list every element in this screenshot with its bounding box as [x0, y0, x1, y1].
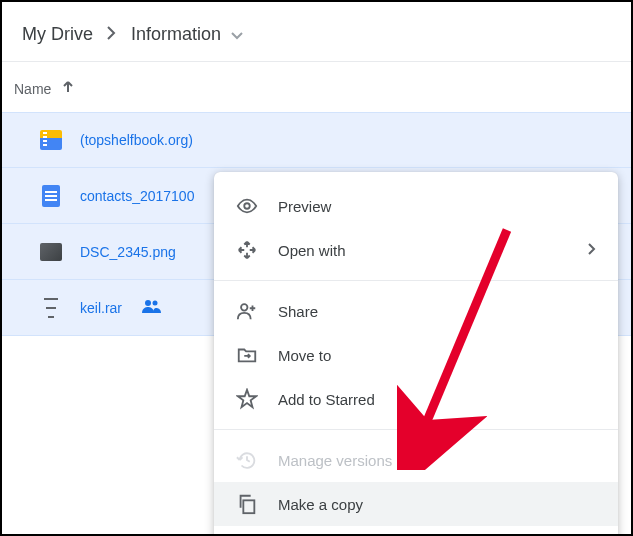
- file-name: (topshelfbook.org): [80, 132, 193, 148]
- context-menu: Preview Open with Share Move to Add to S…: [214, 172, 618, 536]
- file-name: contacts_2017100: [80, 188, 194, 204]
- menu-label: Preview: [278, 198, 596, 215]
- zip-file-icon: [40, 129, 62, 151]
- star-icon: [236, 388, 258, 410]
- menu-preview[interactable]: Preview: [214, 184, 618, 228]
- menu-label: Manage versions: [278, 452, 596, 469]
- svg-point-0: [145, 300, 151, 306]
- column-header[interactable]: Name: [2, 62, 631, 112]
- menu-open-with[interactable]: Open with: [214, 228, 618, 272]
- copy-icon: [236, 493, 258, 515]
- file-row[interactable]: (topshelfbook.org): [2, 112, 631, 168]
- menu-divider: [214, 429, 618, 430]
- chevron-right-icon: [588, 243, 596, 258]
- menu-label: Share: [278, 303, 596, 320]
- menu-move-to[interactable]: Move to: [214, 333, 618, 377]
- svg-rect-4: [243, 500, 254, 513]
- chevron-right-icon: [107, 26, 117, 44]
- column-name-label: Name: [14, 81, 51, 97]
- breadcrumb-current[interactable]: Information: [131, 24, 221, 45]
- breadcrumb: My Drive Information: [2, 2, 631, 62]
- menu-divider: [214, 280, 618, 281]
- menu-label: Make a copy: [278, 496, 596, 513]
- svg-point-3: [241, 304, 247, 310]
- svg-point-2: [244, 203, 250, 209]
- share-icon: [236, 300, 258, 322]
- caret-down-icon[interactable]: [231, 26, 243, 44]
- menu-label: Add to Starred: [278, 391, 596, 408]
- menu-make-a-copy[interactable]: Make a copy: [214, 482, 618, 526]
- menu-manage-versions: Manage versions: [214, 438, 618, 482]
- rar-file-icon: [40, 297, 62, 319]
- menu-download[interactable]: Download: [214, 526, 618, 536]
- eye-icon: [236, 195, 258, 217]
- history-icon: [236, 449, 258, 471]
- file-name: keil.rar: [80, 300, 122, 316]
- shared-icon: [142, 299, 162, 317]
- breadcrumb-root[interactable]: My Drive: [22, 24, 93, 45]
- menu-share[interactable]: Share: [214, 289, 618, 333]
- menu-label: Open with: [278, 242, 568, 259]
- folder-move-icon: [236, 344, 258, 366]
- file-name: DSC_2345.png: [80, 244, 176, 260]
- menu-add-to-starred[interactable]: Add to Starred: [214, 377, 618, 421]
- sort-arrow-up-icon: [61, 80, 75, 98]
- image-file-icon: [40, 241, 62, 263]
- doc-file-icon: [40, 185, 62, 207]
- menu-label: Move to: [278, 347, 596, 364]
- open-with-icon: [236, 239, 258, 261]
- svg-point-1: [153, 300, 158, 305]
